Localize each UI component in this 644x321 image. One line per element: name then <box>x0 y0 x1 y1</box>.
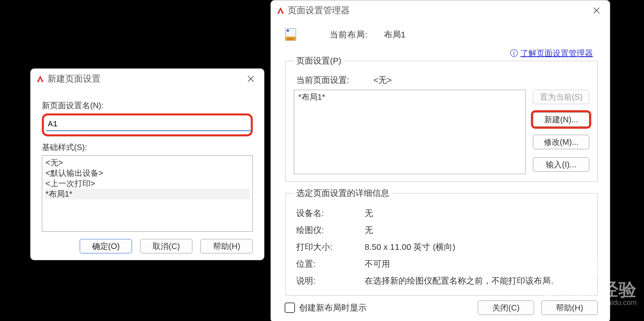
page-setup-listbox[interactable]: *布局1* <box>294 90 526 174</box>
new-name-label: 新页面设置名(N): <box>42 100 253 111</box>
device-name-value: 无 <box>365 208 589 219</box>
description-label: 说明: <box>296 275 365 286</box>
page-setup-legend: 页面设置(P) <box>294 55 344 66</box>
list-item[interactable]: <上一次打印> <box>45 178 250 189</box>
location-label: 位置: <box>296 258 365 270</box>
new-button[interactable]: 新建(N)... <box>533 112 589 127</box>
current-layout-label: 当前布局: <box>330 29 368 40</box>
device-name-label: 设备名: <box>296 208 365 219</box>
ok-button[interactable]: 确定(O) <box>80 239 132 253</box>
autocad-icon <box>277 6 285 14</box>
help-button[interactable]: 帮助(H) <box>541 300 598 315</box>
set-current-button: 置为当前(S) <box>533 90 589 104</box>
plotter-value: 无 <box>365 224 589 236</box>
current-page-setup-label: 当前页面设置: <box>296 74 349 86</box>
new-name-input-highlight <box>42 113 253 136</box>
current-layout-value: 布局1 <box>384 29 406 40</box>
close-icon[interactable] <box>244 73 258 85</box>
titlebar: 页面设置管理器 <box>271 0 610 20</box>
location-value: 不可用 <box>365 258 589 270</box>
dialog-title: 新建页面设置 <box>47 73 244 85</box>
dialog-title: 页面设置管理器 <box>288 4 590 16</box>
description-value: 在选择新的绘图仪配置名称之前，不能打印该布局。 <box>365 275 589 286</box>
print-size-label: 打印大小: <box>296 241 365 253</box>
page-setup-group: 页面设置(P) 当前页面设置: <无> *布局1* 置为当前(S) 新建(N).… <box>285 55 598 182</box>
close-button[interactable]: 关闭(C) <box>478 300 534 315</box>
learn-more-link[interactable]: 了解页面设置管理器 <box>510 48 593 59</box>
cancel-button[interactable]: 取消(C) <box>140 239 192 253</box>
page-setup-manager-dialog: 页面设置管理器 了解页面设置管理器 DWG 当前布局: 布局1 页面设置(P) … <box>270 0 610 321</box>
list-item[interactable]: <默认输出设备> <box>45 168 250 178</box>
new-page-setup-dialog: 新建页面设置 新页面设置名(N): 基础样式(S): <无><默认输出设备><上… <box>30 68 264 260</box>
dwg-icon: DWG <box>285 28 297 41</box>
detail-legend: 选定页面设置的详细信息 <box>294 187 392 199</box>
svg-point-11 <box>287 29 289 32</box>
base-style-label: 基础样式(S): <box>42 142 253 153</box>
modify-button[interactable]: 修改(M)... <box>533 135 589 149</box>
svg-text:DWG: DWG <box>287 37 294 40</box>
base-style-listbox[interactable]: <无><默认输出设备><上一次打印>*布局1* <box>42 155 253 232</box>
import-button[interactable]: 输入(I)... <box>533 157 589 172</box>
print-size-value: 8.50 x 11.00 英寸 (横向) <box>365 241 589 253</box>
titlebar: 新建页面设置 <box>31 69 264 88</box>
new-name-input[interactable] <box>46 117 252 131</box>
detail-group: 选定页面设置的详细信息 设备名: 无 绘图仪: 无 打印大小: 8.50 x 1… <box>285 187 598 296</box>
list-item[interactable]: *布局1* <box>298 92 521 102</box>
create-on-new-layout-checkbox[interactable] <box>285 302 295 313</box>
help-button[interactable]: 帮助(H) <box>200 239 253 253</box>
create-on-new-layout-label: 创建新布局时显示 <box>299 302 367 313</box>
current-page-setup-value: <无> <box>374 74 392 86</box>
list-item[interactable]: <无> <box>45 157 250 168</box>
list-item[interactable]: *布局1* <box>45 189 250 199</box>
plotter-label: 绘图仪: <box>296 224 365 236</box>
autocad-icon <box>36 75 44 83</box>
close-icon[interactable] <box>590 4 603 16</box>
